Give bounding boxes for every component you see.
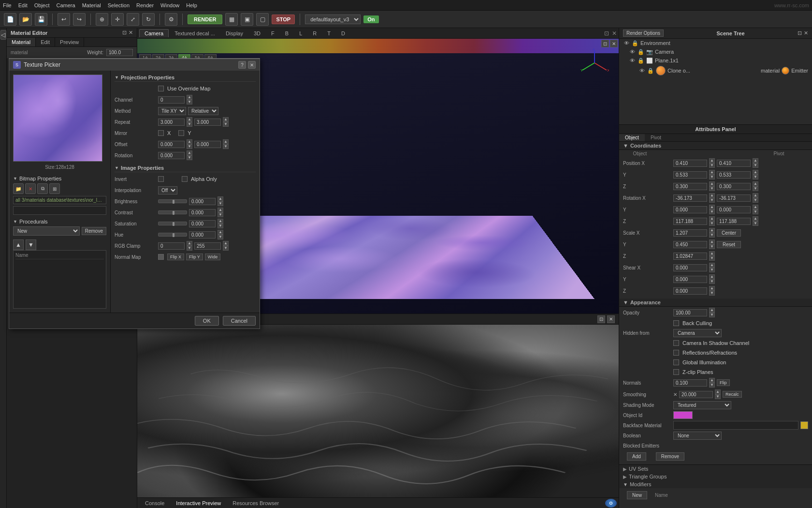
- contrast-up[interactable]: ▲: [218, 208, 223, 212]
- scale-z-down[interactable]: ▼: [709, 256, 715, 261]
- repeat-y-down[interactable]: ▼: [223, 122, 229, 127]
- channel-up[interactable]: ▲: [187, 95, 192, 100]
- backface-mat-slot[interactable]: [673, 421, 798, 430]
- vp-tab-f[interactable]: F: [266, 30, 279, 37]
- smoothing-up[interactable]: ▲: [715, 389, 721, 394]
- proc-arrow-icon[interactable]: ▼: [13, 219, 17, 224]
- normal-map-checkbox[interactable]: [158, 254, 164, 260]
- me-tab-material[interactable]: Material: [7, 38, 36, 46]
- rgb-max-up[interactable]: ▲: [223, 241, 229, 246]
- mode-select[interactable]: Relative: [188, 107, 218, 115]
- save-btn[interactable]: 💾: [35, 13, 47, 26]
- offset-y-up[interactable]: ▲: [223, 139, 229, 144]
- saturation-up[interactable]: ▲: [218, 219, 223, 224]
- menu-edit[interactable]: Edit: [18, 2, 28, 8]
- brightness-input[interactable]: [189, 198, 216, 205]
- ip-expand-btn[interactable]: ⊡: [597, 315, 605, 323]
- vp-tab-3d[interactable]: 3D: [249, 30, 265, 37]
- shear-x-up[interactable]: ▲: [709, 263, 715, 268]
- rot-y-input[interactable]: [673, 206, 707, 213]
- pos-z-down[interactable]: ▼: [709, 186, 715, 191]
- rgb-min-up[interactable]: ▲: [187, 241, 192, 246]
- smoothing-down[interactable]: ▼: [715, 394, 721, 399]
- normals-flip-btn[interactable]: Flip: [717, 379, 730, 386]
- attr-tab-pivot[interactable]: Pivot: [645, 134, 667, 141]
- render-active-btn[interactable]: ▣: [241, 13, 253, 26]
- bitmap-folder-btn[interactable]: 📁: [13, 183, 24, 194]
- vp-tab-b[interactable]: B: [280, 30, 293, 37]
- use-override-checkbox[interactable]: [158, 86, 164, 91]
- hue-down[interactable]: ▼: [218, 235, 223, 239]
- shear-x-input[interactable]: [673, 264, 707, 271]
- channel-down[interactable]: ▼: [187, 100, 192, 105]
- pos-yp-up[interactable]: ▲: [753, 170, 758, 175]
- cam-shadow-checkbox[interactable]: [673, 340, 679, 346]
- uvsets-header[interactable]: ▶ UV Sets: [619, 465, 812, 473]
- interpolation-select[interactable]: Off: [158, 186, 177, 194]
- boolean-select[interactable]: None: [673, 432, 722, 440]
- menu-camera[interactable]: Camera: [57, 2, 75, 8]
- rot-xp-up[interactable]: ▲: [753, 193, 758, 198]
- pos-x-down[interactable]: ▼: [709, 163, 715, 168]
- attr-tab-object[interactable]: Object: [619, 134, 645, 141]
- pos-y-down[interactable]: ▼: [709, 175, 715, 179]
- repeat-y-input[interactable]: [194, 119, 221, 126]
- brightness-slider[interactable]: [158, 199, 187, 203]
- me-weight-input[interactable]: [106, 49, 133, 56]
- invert-checkbox[interactable]: [158, 176, 164, 182]
- scene-item-clone[interactable]: 👁 🔒 Clone o... material Emitter: [619, 65, 812, 76]
- pos-y-input[interactable]: [673, 171, 707, 179]
- scale-y-input[interactable]: [673, 241, 707, 248]
- on-badge[interactable]: On: [363, 15, 378, 23]
- bitmap-paste-btn[interactable]: ⊞: [49, 183, 60, 194]
- viewport-close-icon[interactable]: ✕: [612, 30, 617, 37]
- rotate-btn[interactable]: ↻: [142, 13, 155, 26]
- me-tab-preview[interactable]: Preview: [55, 38, 84, 46]
- modifiers-header[interactable]: ▼ Modifiers: [619, 480, 812, 488]
- brightness-down[interactable]: ▼: [218, 201, 223, 206]
- shear-z-up[interactable]: ▲: [709, 286, 715, 291]
- contrast-down[interactable]: ▼: [218, 212, 223, 217]
- shear-x-down[interactable]: ▼: [709, 268, 715, 272]
- repeat-x-down[interactable]: ▼: [187, 122, 192, 127]
- hue-up[interactable]: ▲: [218, 230, 223, 235]
- offset-y-down[interactable]: ▼: [223, 144, 229, 149]
- me-expand-icon[interactable]: ⊡: [122, 30, 127, 36]
- rotation-down[interactable]: ▼: [187, 155, 192, 160]
- scale-x-down[interactable]: ▼: [709, 233, 715, 238]
- repeat-x-input[interactable]: [158, 119, 185, 126]
- appearance-header[interactable]: ▼ Appearance: [619, 299, 812, 307]
- rot-z-pivot-input[interactable]: [717, 218, 751, 225]
- render-region-btn[interactable]: ▦: [225, 13, 238, 26]
- rgb-clamp-max-input[interactable]: [194, 242, 221, 250]
- layout-selector[interactable]: defaultlayout_v3: [305, 15, 361, 24]
- rot-yp-down[interactable]: ▼: [753, 209, 758, 214]
- back-culling-checkbox[interactable]: [673, 320, 679, 326]
- pos-zp-up[interactable]: ▲: [753, 181, 758, 186]
- rot-z-input[interactable]: [673, 218, 707, 225]
- alpha-only-checkbox[interactable]: [182, 176, 188, 182]
- repeat-x-up[interactable]: ▲: [187, 117, 192, 122]
- open-btn[interactable]: 📂: [19, 13, 32, 26]
- rotation-up[interactable]: ▲: [187, 150, 192, 155]
- rot-x-pivot-input[interactable]: [717, 194, 751, 202]
- menu-render[interactable]: Render: [136, 2, 154, 8]
- pos-y-up[interactable]: ▲: [709, 170, 715, 175]
- new-btn[interactable]: 📄: [4, 13, 16, 26]
- shear-y-input[interactable]: [673, 276, 707, 283]
- shear-z-input[interactable]: [673, 287, 707, 295]
- ip-close-btn[interactable]: ✕: [607, 315, 615, 323]
- scale-y-down[interactable]: ▼: [709, 244, 715, 249]
- shear-z-down[interactable]: ▼: [709, 291, 715, 296]
- opacity-input[interactable]: [673, 309, 707, 316]
- vp-tab-t[interactable]: T: [322, 30, 335, 37]
- blocked-emitters-remove-btn[interactable]: Remove: [656, 452, 684, 461]
- contrast-input[interactable]: [189, 209, 216, 216]
- proc-type-select[interactable]: New: [13, 226, 80, 236]
- rgb-clamp-min-input[interactable]: [158, 242, 185, 250]
- rot-z-down[interactable]: ▼: [709, 221, 715, 226]
- shading-mode-select[interactable]: Textured: [673, 401, 731, 409]
- move-btn[interactable]: ✛: [111, 13, 124, 26]
- modifiers-new-btn[interactable]: New: [627, 491, 647, 499]
- normals-input[interactable]: [673, 379, 707, 387]
